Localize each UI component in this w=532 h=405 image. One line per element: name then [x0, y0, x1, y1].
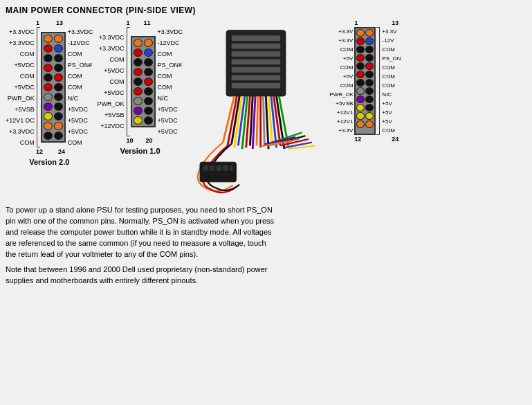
svg-rect-29 — [217, 165, 222, 171]
v10-left-labels: +3.3VDC +3.3VDC COM +5VDC COM +5VDC PWR_… — [98, 33, 127, 131]
v10-bracket-left — [127, 27, 130, 136]
diagram-v10: 1 11 +3.3VDC +3.3VDC COM +5VDC COM +5VDC… — [98, 19, 183, 199]
svg-rect-30 — [223, 165, 229, 171]
main-description: To power up a stand alone PSU for testin… — [6, 205, 275, 260]
svg-rect-1 — [232, 35, 280, 41]
v10-body: +3.3VDC +3.3VDC COM +5VDC COM +5VDC PWR_… — [98, 27, 183, 136]
svg-rect-4 — [232, 60, 280, 65]
svg-rect-2 — [232, 44, 280, 49]
right-diagram-proper: 113+3.3V+3.3VCOM+5VCOM+5VCOMPWR_OK+5VSB+… — [329, 19, 407, 143]
svg-rect-5 — [232, 67, 280, 73]
description-area: To power up a stand alone PSU for testin… — [6, 202, 275, 287]
svg-line-19 — [264, 96, 265, 145]
svg-line-20 — [266, 96, 269, 149]
right-diagram: 113+3.3V+3.3VCOM+5VCOM+5VCOMPWR_OK+5VSB+… — [329, 19, 407, 199]
v20-body: +3.3VDC +3.3VDC COM +5VDC COM +5VDC PWR_… — [6, 27, 93, 147]
v10-label: Version 1.0 — [98, 147, 183, 155]
svg-rect-31 — [230, 165, 233, 171]
v20-top-nums: 1 13 — [6, 19, 93, 26]
svg-rect-27 — [203, 165, 209, 171]
svg-rect-7 — [232, 83, 280, 89]
v10-top-nums: 1 11 — [98, 19, 183, 26]
v20-pins — [41, 32, 66, 143]
v10-right-labels: +3.3VDC -12VDC COM PS_ON# COM COM N/C +5… — [156, 27, 183, 136]
diagram-v20: 1 13 +3.3VDC +3.3VDC COM +5VDC COM +5VDC… — [6, 19, 93, 199]
svg-rect-28 — [210, 165, 216, 171]
v20-label: Version 2.0 — [6, 158, 93, 166]
main-container: MAIN POWER CONNECTOR (PIN-SIDE VIEW) 1 1… — [0, 0, 532, 405]
svg-rect-26 — [200, 162, 236, 182]
svg-line-17 — [257, 96, 258, 145]
svg-rect-6 — [232, 75, 280, 80]
page-title: MAIN POWER CONNECTOR (PIN-SIDE VIEW) — [6, 6, 526, 15]
v20-bottom-nums: 12 24 — [6, 148, 93, 155]
v10-bottom-nums: 10 20 — [98, 137, 183, 144]
v20-right-labels: +3.3VDC -12VDC COM PS_ON# COM COM N/C +5… — [66, 27, 93, 147]
cable-svg — [187, 19, 325, 199]
v20-bracket-left — [37, 27, 40, 147]
top-section: 1 13 +3.3VDC +3.3VDC COM +5VDC COM +5VDC… — [6, 19, 526, 199]
dell-note: Note that between 1996 and 2000 Dell use… — [6, 264, 275, 287]
v10-pins — [131, 36, 156, 127]
bottom-section: To power up a stand alone PSU for testin… — [6, 202, 526, 287]
v20-left-labels: +3.3VDC +3.3VDC COM +5VDC COM +5VDC PWR_… — [6, 27, 37, 147]
svg-rect-3 — [232, 51, 280, 57]
cable-photo — [187, 19, 325, 199]
